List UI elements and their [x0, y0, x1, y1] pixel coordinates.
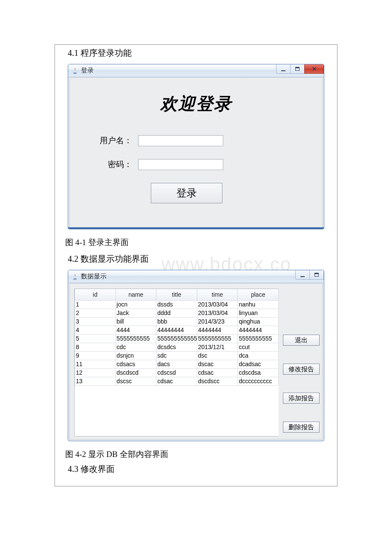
table-cell: 2: [75, 309, 116, 317]
minimize-button[interactable]: [276, 64, 291, 74]
java-icon: [72, 273, 78, 280]
table-cell: 2014/3/23: [197, 317, 238, 326]
table-row[interactable]: 9dsnjcnsdcdscdca: [75, 351, 279, 360]
table-cell: dscdscd: [115, 368, 156, 377]
table-cell: 4: [75, 326, 116, 334]
table-cell: dscsc: [115, 377, 156, 385]
side-button-panel: 退出 修改报告 添加报告 删除报告: [283, 289, 320, 436]
table-cell: 5555555555: [238, 334, 279, 343]
table-cell: 5555555555555: [156, 334, 197, 343]
password-input[interactable]: [138, 159, 223, 170]
table-row[interactable]: 5555555555555555555555555555555555555555…: [75, 334, 279, 343]
modify-report-button[interactable]: 修改报告: [283, 364, 320, 375]
welcome-heading: 欢迎登录: [70, 78, 322, 127]
login-window-title: 登录: [81, 66, 94, 75]
table-cell: 4444444: [197, 326, 238, 334]
login-titlebar[interactable]: 登录 ✕: [68, 64, 324, 77]
close-icon: ✕: [305, 64, 323, 73]
section-4-3-heading: 4.3 修改界面: [55, 462, 337, 478]
column-header[interactable]: id: [75, 289, 116, 300]
column-header[interactable]: name: [115, 289, 156, 300]
minimize-button[interactable]: [295, 270, 310, 280]
table-cell: jocn: [115, 300, 156, 309]
table-cell: linyuan: [238, 309, 279, 317]
username-label: 用户名：: [70, 135, 138, 146]
table-cell: dca: [238, 351, 279, 360]
data-titlebar[interactable]: 数据显示: [68, 270, 324, 283]
password-label: 密码：: [70, 159, 138, 170]
table-cell: cdscsd: [156, 368, 197, 377]
table-row[interactable]: 11cdsacsdacsdscacdcadsac: [75, 360, 279, 368]
table-cell: 2013/03/04: [197, 300, 238, 309]
window-controls: [296, 270, 324, 280]
table-cell: 9: [75, 351, 116, 360]
table-cell: 4444444: [238, 326, 279, 334]
table-row[interactable]: 13dscsccdsacdscdsccdcccccccccc: [75, 377, 279, 385]
table-cell: bill: [115, 317, 156, 326]
minimize-icon: [281, 70, 285, 71]
table-cell: 3: [75, 317, 116, 326]
table-cell: 11: [75, 360, 116, 368]
table-cell: dcsdcs: [156, 343, 197, 351]
table-cell: qinghua: [238, 317, 279, 326]
table-cell: dsc: [197, 351, 238, 360]
delete-report-button[interactable]: 删除报告: [283, 422, 320, 433]
data-body: idnametitletimeplace 1jocndssds2013/03/0…: [69, 283, 323, 439]
column-header[interactable]: place: [238, 289, 279, 300]
exit-button[interactable]: 退出: [283, 335, 320, 346]
table-cell: 5555555555: [115, 334, 156, 343]
table-cell: dscac: [197, 360, 238, 368]
column-header[interactable]: time: [197, 289, 238, 300]
column-header[interactable]: title: [156, 289, 197, 300]
table-cell: 1: [75, 300, 116, 309]
close-button[interactable]: ✕: [304, 64, 324, 74]
maximize-icon: [314, 273, 319, 277]
table-row[interactable]: 1jocndssds2013/03/04nanhu: [75, 300, 279, 309]
minimize-icon: [300, 276, 305, 277]
section-4-2-heading: 4.2 数据显示功能界面: [55, 251, 337, 268]
window-bottom-edge: [68, 227, 324, 229]
table-row[interactable]: 12dscdscdcdscsdcdsaccdscdsa: [75, 368, 279, 377]
table-cell: 12: [75, 368, 116, 377]
table-cell: cdsacs: [115, 360, 156, 368]
maximize-button[interactable]: [309, 270, 324, 280]
document-page: 4.1 程序登录功能 登录 ✕ 欢迎登录 用户名： 密码： 登录: [55, 44, 337, 486]
table-row[interactable]: 3billbbb2014/3/23qinghua: [75, 317, 279, 326]
data-window-title: 数据显示: [81, 272, 107, 280]
username-input[interactable]: [138, 135, 223, 146]
table-cell: 5: [75, 334, 116, 343]
table-cell: dddd: [156, 309, 197, 317]
table-cell: dscdscc: [197, 377, 238, 385]
figure-4-1-caption: 图 4-1 登录主界面: [55, 231, 337, 251]
table-cell: cdc: [115, 343, 156, 351]
data-table-wrap: idnametitletimeplace 1jocndssds2013/03/0…: [74, 289, 279, 436]
maximize-button[interactable]: [290, 64, 305, 74]
table-cell: bbb: [156, 317, 197, 326]
table-cell: dcccccccccc: [238, 377, 279, 385]
table-cell: 2013/12/1: [197, 343, 238, 351]
table-cell: 13: [75, 377, 116, 385]
maximize-icon: [295, 67, 300, 71]
table-cell: dsnjcn: [115, 351, 156, 360]
table-row[interactable]: 8cdcdcsdcs2013/12/1ccut: [75, 343, 279, 351]
table-cell: dacs: [156, 360, 197, 368]
data-table[interactable]: idnametitletimeplace 1jocndssds2013/03/0…: [75, 289, 279, 386]
login-body: 欢迎登录 用户名： 密码： 登录: [69, 77, 323, 228]
table-row[interactable]: 2Jackdddd2013/03/04linyuan: [75, 309, 279, 317]
section-4-1-heading: 4.1 程序登录功能: [55, 45, 337, 62]
table-cell: 4444: [115, 326, 156, 334]
table-cell: ccut: [238, 343, 279, 351]
table-cell: Jack: [115, 309, 156, 317]
table-cell: nanhu: [238, 300, 279, 309]
table-cell: 2013/03/04: [197, 309, 238, 317]
login-button[interactable]: 登录: [151, 183, 222, 203]
window-controls: ✕: [277, 64, 324, 74]
data-window: 数据显示 idnametitletimeplace 1jocndssds2013…: [68, 270, 324, 441]
table-row[interactable]: 444444444444444444444444444: [75, 326, 279, 334]
table-cell: cdsac: [197, 368, 238, 377]
table-cell: dcadsac: [238, 360, 279, 368]
password-row: 密码：: [70, 159, 322, 170]
add-report-button[interactable]: 添加报告: [283, 393, 320, 404]
username-row: 用户名：: [70, 135, 322, 146]
login-window: 登录 ✕ 欢迎登录 用户名： 密码： 登录: [68, 64, 324, 229]
